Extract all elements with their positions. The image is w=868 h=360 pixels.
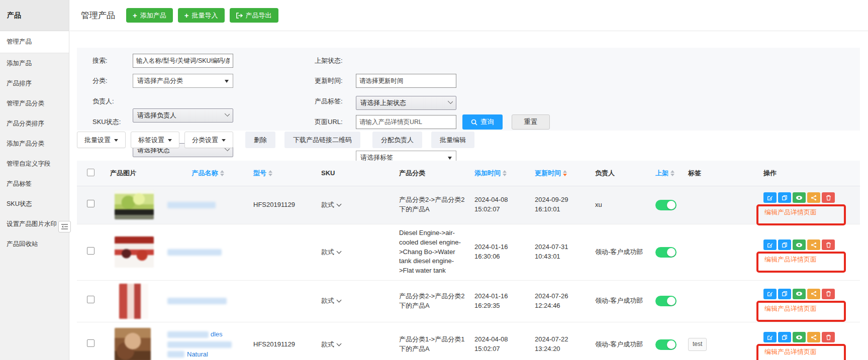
category-select[interactable]: 请选择产品分类 — [133, 74, 233, 88]
shelf-toggle-on[interactable] — [655, 296, 677, 306]
tag-set-dropdown[interactable]: 标签设置 — [131, 132, 179, 148]
edit-icon[interactable] — [763, 192, 777, 203]
copy-icon[interactable] — [778, 192, 791, 203]
delete-icon[interactable] — [822, 239, 835, 250]
select-all-checkbox[interactable] — [87, 169, 94, 176]
shelf-toggle-on[interactable] — [655, 247, 677, 258]
shelf-toggle-on[interactable] — [655, 200, 677, 210]
query-button[interactable]: 查询 — [462, 114, 503, 130]
header-product-name[interactable]: 产品名称 — [166, 161, 249, 186]
assign-owner-button[interactable]: 分配负责人 — [372, 132, 422, 148]
table-header-row: 产品图片 产品名称 型号 SKU 产品分类 添加时间 更新时间 负责人 上架 标… — [77, 161, 860, 186]
sku-style-dropdown[interactable]: 款式 — [321, 248, 341, 256]
search-input[interactable] — [133, 54, 233, 68]
add-product-button[interactable]: + 添加产品 — [126, 8, 173, 23]
product-image[interactable] — [119, 284, 148, 319]
view-icon[interactable] — [793, 192, 806, 203]
share-icon[interactable] — [807, 192, 820, 203]
sidebar-item-product-sort[interactable]: 产品排序 — [0, 73, 69, 93]
row-checkbox[interactable] — [87, 200, 94, 207]
header-tag: 标签 — [684, 161, 724, 186]
view-icon[interactable] — [793, 289, 806, 299]
chevron-down-icon — [337, 298, 342, 303]
shelf-status-select[interactable]: 请选择上架状态 — [356, 96, 456, 110]
page-url-input[interactable] — [356, 115, 456, 129]
model-cell: HFS20191129 — [249, 186, 317, 224]
edit-icon[interactable] — [763, 289, 777, 299]
sidebar-item-product-tags[interactable]: 产品标签 — [0, 174, 69, 194]
delete-icon[interactable] — [822, 332, 835, 342]
category-set-dropdown[interactable]: 分类设置 — [184, 132, 233, 148]
model-cell — [249, 224, 317, 280]
row-checkbox[interactable] — [87, 339, 94, 347]
batch-import-button[interactable]: + 批量导入 — [178, 8, 225, 23]
header-model[interactable]: 型号 — [249, 161, 317, 186]
chevron-down-icon — [337, 201, 342, 206]
product-tag-label: 产品标签: — [315, 94, 343, 108]
sort-icon — [220, 170, 224, 176]
delete-icon[interactable] — [822, 289, 835, 299]
header-added-time[interactable]: 添加时间 — [470, 161, 531, 186]
row-checkbox[interactable] — [87, 296, 94, 303]
sidebar-item-category-sort[interactable]: 产品分类排序 — [0, 113, 69, 134]
export-icon — [236, 13, 243, 19]
owner-cell: 领动-客户成功部 — [591, 280, 651, 322]
sidebar-section-title: 产品 — [0, 0, 69, 31]
copy-icon[interactable] — [778, 239, 791, 250]
sidebar-item-sku-status[interactable]: SKU状态 — [0, 194, 69, 214]
batch-edit-button[interactable]: 批量编辑 — [431, 132, 474, 148]
sku-style-dropdown[interactable]: 款式 — [321, 201, 341, 208]
edit-icon[interactable] — [763, 332, 777, 342]
product-image[interactable] — [115, 236, 154, 268]
copy-icon[interactable] — [778, 289, 791, 299]
edit-detail-page-link[interactable]: 编辑产品详情页面 — [764, 347, 817, 357]
product-image[interactable] — [115, 328, 151, 360]
search-label: 搜索: — [92, 54, 108, 68]
delete-icon[interactable] — [822, 192, 835, 203]
sku-style-dropdown[interactable]: 款式 — [321, 340, 341, 348]
product-table: 产品图片 产品名称 型号 SKU 产品分类 添加时间 更新时间 负责人 上架 标… — [77, 161, 860, 360]
export-product-button[interactable]: 产品导出 — [230, 8, 278, 23]
share-icon[interactable] — [807, 239, 820, 250]
copy-icon[interactable] — [778, 332, 791, 342]
header-updated-time[interactable]: 更新时间 — [531, 161, 591, 186]
download-qr-button[interactable]: 下载产品链接二维码 — [284, 132, 360, 148]
sku-style-dropdown[interactable]: 款式 — [321, 297, 341, 304]
sidebar-item-add-product[interactable]: 添加产品 — [0, 53, 69, 73]
edit-icon[interactable] — [763, 239, 777, 250]
row-checkbox[interactable] — [87, 247, 94, 255]
sidebar-collapse-icon[interactable] — [58, 221, 71, 232]
sidebar-item-manage-products[interactable]: 管理产品 — [0, 31, 69, 53]
shelf-toggle-on[interactable] — [655, 339, 677, 350]
product-name-redacted[interactable] — [167, 202, 216, 208]
update-time-input[interactable] — [356, 74, 456, 88]
edit-detail-page-link[interactable]: 编辑产品详情页面 — [764, 255, 817, 265]
share-icon[interactable] — [807, 332, 820, 342]
sidebar-item-manage-categories[interactable]: 管理产品分类 — [0, 93, 69, 113]
reset-button[interactable]: 重置 — [512, 114, 550, 130]
view-icon[interactable] — [793, 332, 806, 342]
product-image[interactable] — [115, 190, 154, 219]
product-name-redacted[interactable] — [167, 298, 227, 304]
caret-down-icon — [222, 139, 226, 142]
sidebar-item-add-category[interactable]: 添加产品分类 — [0, 134, 69, 154]
table-row: 款式 Diesel Engine->air-cooled diesel engi… — [77, 224, 860, 280]
sku-status-label: SKU状态: — [92, 115, 121, 129]
header-shelf[interactable]: 上架 — [651, 161, 684, 186]
sidebar-item-custom-fields[interactable]: 管理自定义字段 — [0, 154, 69, 174]
caret-down-icon — [114, 139, 118, 142]
delete-button[interactable]: 删除 — [245, 132, 275, 148]
product-name-redacted[interactable] — [167, 249, 222, 256]
owner-select[interactable]: 请选择负责人 — [133, 108, 233, 123]
sidebar-item-recycle-bin[interactable]: 产品回收站 — [0, 234, 69, 254]
edit-detail-page-link[interactable]: 编辑产品详情页面 — [764, 208, 817, 217]
share-icon[interactable] — [807, 289, 820, 299]
category-cell: 产品分类1->产品分类1下的产品A — [395, 322, 470, 360]
sort-icon — [503, 170, 507, 176]
edit-detail-page-link[interactable]: 编辑产品详情页面 — [764, 304, 817, 314]
search-icon — [471, 119, 477, 126]
batch-set-dropdown[interactable]: 批量设置 — [77, 132, 126, 148]
product-name-cell[interactable]: dles Natural — [166, 322, 249, 360]
view-icon[interactable] — [793, 239, 806, 250]
caret-down-icon — [225, 80, 229, 83]
